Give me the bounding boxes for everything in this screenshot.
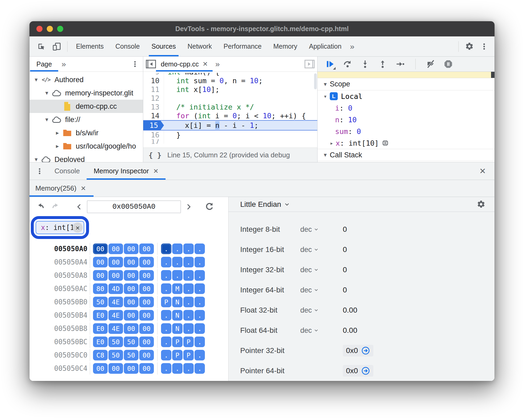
code-row[interactable]: 15 x[i] = n - i - 1; (143, 120, 317, 131)
ascii-cell[interactable]: . (195, 297, 205, 307)
tab-page[interactable]: Page (29, 57, 59, 72)
byte-cell[interactable]: 00 (124, 310, 138, 321)
previous-page-icon[interactable] (75, 203, 83, 211)
ascii-cell[interactable]: P (161, 297, 171, 307)
remove-tag-button[interactable]: ✕ (73, 222, 83, 233)
byte-cell[interactable]: E0 (93, 323, 108, 334)
byte-cell[interactable]: 00 (124, 243, 138, 254)
code-row[interactable]: 13 /* initialize x */ (143, 103, 317, 111)
tree-item-file-[interactable]: ▾file:// (29, 113, 143, 126)
ascii-cell[interactable]: . (161, 243, 171, 254)
ascii-cell[interactable]: . (161, 270, 171, 281)
line-number[interactable]: 14 (143, 111, 164, 120)
close-icon[interactable]: ✕ (153, 167, 158, 175)
format-select[interactable]: dec (300, 326, 343, 335)
format-select[interactable]: dec (300, 286, 343, 294)
step-out-icon[interactable] (378, 59, 388, 69)
byte-cell[interactable]: 00 (93, 257, 108, 267)
hide-navigator-icon[interactable] (146, 60, 156, 68)
ascii-cell[interactable]: . (161, 310, 171, 321)
close-icon[interactable]: ✕ (202, 60, 208, 68)
byte-cell[interactable]: 00 (139, 363, 154, 374)
ascii-cell[interactable]: . (183, 243, 194, 254)
gear-icon[interactable] (477, 200, 485, 209)
ascii-cell[interactable]: M (172, 283, 183, 294)
code-editor[interactable]: 9int main() {10 int sum = 0, n = 10;11 i… (143, 72, 317, 148)
minimize-window-button[interactable] (47, 26, 53, 32)
scope-var-i[interactable]: i: 0 (318, 102, 495, 114)
tab-console[interactable]: Console (109, 36, 146, 56)
tab-network[interactable]: Network (182, 36, 218, 56)
code-line[interactable]: } (164, 131, 181, 139)
kebab-menu-icon[interactable] (480, 43, 488, 51)
byte-cell[interactable]: 00 (93, 243, 108, 254)
scope-var-sum[interactable]: sum: 0 (318, 125, 495, 137)
ascii-cell[interactable]: . (183, 270, 194, 281)
code-row[interactable]: 14 for (int i = 0; i < 10; ++i) { (143, 111, 317, 120)
ascii-cell[interactable]: . (195, 283, 205, 294)
byte-cell[interactable]: 00 (139, 283, 154, 294)
scope-section-header[interactable]: ▾ Scope (318, 78, 495, 90)
device-toolbar-icon[interactable] (52, 42, 61, 51)
tab-performance[interactable]: Performance (218, 36, 267, 56)
byte-cell[interactable]: 50 (124, 337, 138, 347)
tree-item-deployed[interactable]: ▾Deployed (29, 153, 143, 162)
byte-cell[interactable]: 50 (108, 337, 123, 347)
show-debugger-icon[interactable] (305, 60, 315, 68)
scope-var-n[interactable]: n: 10 (318, 114, 495, 125)
tab-memory-inspector[interactable]: Memory Inspector ✕ (87, 162, 165, 180)
ascii-cell[interactable]: P (172, 337, 183, 347)
line-number[interactable]: 11 (143, 85, 164, 94)
scope-local-row[interactable]: ▾ L Local (318, 90, 495, 102)
line-number[interactable]: 15 (143, 121, 164, 130)
byte-cell[interactable]: 00 (93, 270, 108, 281)
code-line[interactable]: for (int i = 0; i < 10; ++i) { (164, 112, 306, 120)
code-line[interactable]: int sum = 0, n = 10; (164, 77, 263, 85)
byte-cell[interactable]: 00 (108, 363, 123, 374)
pretty-print-icon[interactable]: { } (149, 151, 162, 159)
ascii-cell[interactable]: . (183, 363, 194, 374)
tree-item-memory-inspector-glit[interactable]: ▾memory-inspector.glit (29, 86, 143, 100)
tab-sources[interactable]: Sources (146, 36, 182, 56)
more-editor-tabs-chevron[interactable]: » (215, 60, 220, 69)
line-number[interactable]: 13 (143, 103, 164, 111)
format-select[interactable]: dec (300, 306, 343, 314)
byte-cell[interactable]: 00 (124, 283, 138, 294)
ascii-cell[interactable]: . (172, 243, 183, 254)
byte-cell[interactable]: 00 (124, 297, 138, 307)
byte-cell[interactable]: 00 (108, 243, 123, 254)
tab-memory-256[interactable]: Memory(256) ✕ (29, 180, 94, 197)
format-select[interactable]: dec (300, 246, 343, 254)
memory-tag-chip[interactable]: x: int[1 ✕ (36, 221, 84, 234)
ascii-cell[interactable]: . (172, 270, 183, 281)
code-row[interactable]: 9int main() { (143, 73, 317, 76)
code-line[interactable]: int x[10]; (164, 85, 219, 94)
code-line[interactable]: int main() { (164, 73, 219, 76)
byte-cell[interactable]: 00 (108, 257, 123, 267)
pause-on-exceptions-icon[interactable] (443, 59, 453, 69)
tab-elements[interactable]: Elements (70, 36, 109, 56)
gear-icon[interactable] (465, 42, 474, 51)
inspect-icon[interactable] (36, 42, 46, 51)
byte-cell[interactable]: 00 (139, 310, 154, 321)
more-panels-chevron[interactable]: » (350, 42, 354, 51)
ascii-cell[interactable]: . (183, 297, 194, 307)
call-stack-section-header[interactable]: ▾ Call Stack (318, 149, 495, 161)
ascii-cell[interactable]: . (172, 257, 183, 267)
ascii-cell[interactable]: . (195, 310, 205, 321)
step-into-icon[interactable] (360, 59, 370, 69)
line-number[interactable]: 16 (143, 131, 164, 139)
tree-item-authored[interactable]: ▾</>Authored (29, 73, 143, 86)
code-row[interactable]: 16 } (143, 131, 317, 139)
ascii-cell[interactable]: . (161, 363, 171, 374)
ascii-cell[interactable]: . (195, 323, 205, 334)
step-icon[interactable] (395, 59, 405, 69)
close-window-button[interactable] (36, 26, 43, 32)
byte-cell[interactable]: 00 (139, 257, 154, 267)
tab-application[interactable]: Application (303, 36, 347, 56)
close-icon[interactable]: ✕ (81, 185, 86, 192)
ascii-cell[interactable]: . (195, 337, 205, 347)
redo-icon[interactable] (51, 202, 60, 212)
code-line[interactable]: /* initialize x */ (164, 103, 254, 111)
byte-cell[interactable]: 4D (108, 283, 123, 294)
